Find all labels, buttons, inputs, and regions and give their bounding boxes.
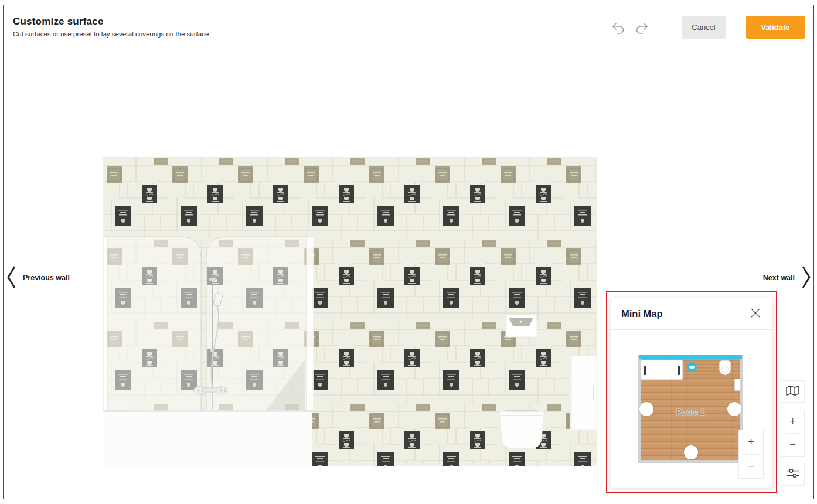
next-wall-button[interactable]: Next wall xyxy=(763,265,812,291)
wall-cabinet xyxy=(570,356,597,430)
app-window: Customize surface Cut surfaces or use pr… xyxy=(3,5,814,499)
wall-handle-bottom[interactable] xyxy=(684,445,698,459)
cancel-button[interactable]: Cancel xyxy=(682,16,726,39)
sliders-icon xyxy=(786,468,800,481)
redo-icon xyxy=(635,22,649,36)
shower-glass xyxy=(103,237,314,410)
undo-button[interactable] xyxy=(611,22,625,36)
selected-wall-indicator xyxy=(639,355,742,359)
minimap-zoom-control: + − xyxy=(738,430,764,479)
chevron-right-icon xyxy=(800,265,812,291)
next-wall-label: Next wall xyxy=(763,274,795,282)
page-subtitle: Cut surfaces or use preset to lay severa… xyxy=(13,30,209,38)
wall-texture xyxy=(103,157,597,466)
floor-plan[interactable]: Room 1 xyxy=(638,355,743,463)
minimap-panel: Mini Map xyxy=(611,298,772,488)
header-text: Customize surface Cut surfaces or use pr… xyxy=(13,16,209,38)
bathtub-handle-right xyxy=(678,366,680,375)
canvas-zoom-control: + − xyxy=(781,410,805,457)
room-label: Room 1 xyxy=(638,407,743,417)
minimap-highlight-border: Mini Map xyxy=(606,291,777,493)
wall-shelf xyxy=(506,315,537,337)
close-icon xyxy=(750,311,761,320)
history-section xyxy=(594,5,666,53)
camera-dot xyxy=(689,366,695,369)
plan-toilet xyxy=(719,360,731,375)
page-title: Customize surface xyxy=(13,16,209,28)
chevron-left-icon xyxy=(6,265,18,291)
zoom-in-button[interactable]: + xyxy=(781,410,804,433)
plan-sink xyxy=(734,379,741,391)
cancel-button-label: Cancel xyxy=(692,23,715,32)
previous-wall-label: Previous wall xyxy=(23,274,70,282)
bathtub-handle-left xyxy=(644,366,646,375)
wall-toilet xyxy=(499,410,544,448)
minimap-close-button[interactable] xyxy=(749,307,762,321)
previous-wall-button[interactable]: Previous wall xyxy=(6,265,70,291)
redo-button[interactable] xyxy=(635,22,649,36)
minimap-title: Mini Map xyxy=(621,308,663,319)
header: Customize surface Cut surfaces or use pr… xyxy=(4,5,813,53)
settings-button[interactable] xyxy=(781,462,805,486)
validate-button[interactable]: Validate xyxy=(746,16,805,39)
minimap-toggle-button[interactable] xyxy=(781,380,805,403)
plan-bathtub xyxy=(641,360,683,380)
wall-surface[interactable] xyxy=(103,157,597,466)
shower-tray xyxy=(103,410,312,466)
camera-position-indicator[interactable] xyxy=(687,362,697,372)
minimap-zoom-in-button[interactable]: + xyxy=(739,430,763,454)
undo-icon xyxy=(611,22,625,36)
minimap-header: Mini Map xyxy=(611,298,772,330)
map-icon xyxy=(786,385,799,398)
minimap-zoom-out-button[interactable]: − xyxy=(739,455,763,479)
validate-button-label: Validate xyxy=(761,23,789,32)
zoom-out-button[interactable]: − xyxy=(781,434,804,457)
